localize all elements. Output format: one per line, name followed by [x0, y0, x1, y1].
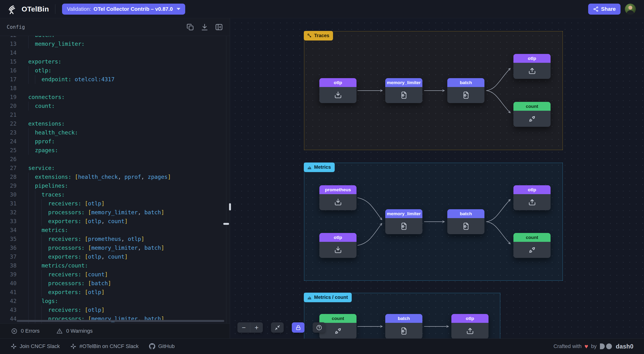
code-line[interactable]: 43receivers: [otlp]	[0, 305, 230, 314]
fit-view-button[interactable]	[271, 322, 284, 333]
code-line[interactable]: 27service:	[0, 164, 230, 173]
code-line[interactable]: 30traces:	[0, 190, 230, 199]
code-line[interactable]: 34metrics:	[0, 226, 230, 235]
code-line[interactable]: 14	[0, 49, 230, 57]
node-label: count	[514, 233, 550, 242]
pipeline-canvas[interactable]: Traces Metrics Metrics / count	[230, 18, 644, 338]
node-metricscount-batch[interactable]: batch	[385, 314, 422, 338]
validation-dropdown[interactable]: Validation: OTel Collector Contrib – v0.…	[62, 4, 185, 15]
code-line[interactable]: 22extensions:	[0, 119, 230, 128]
indent-guide	[28, 102, 35, 111]
node-traces-count-connector[interactable]: count	[514, 102, 550, 127]
node-label: batch	[447, 78, 484, 87]
code-line[interactable]: 29pipelines:	[0, 181, 230, 190]
code-line[interactable]: 40processors: [batch]	[0, 279, 230, 288]
code-line[interactable]: 16otlp:	[0, 66, 230, 75]
lock-button[interactable]	[292, 322, 304, 333]
code-line[interactable]: 36processors: [memory_limiter, batch]	[0, 243, 230, 252]
code-line[interactable]: 24pprof:	[0, 137, 230, 146]
node-traces-batch[interactable]: batch	[447, 78, 484, 103]
error-circle-icon	[11, 328, 18, 334]
line-number: 25	[0, 146, 16, 155]
node-metrics-otlp-exporter[interactable]: otlp	[514, 185, 550, 210]
line-number: 22	[0, 119, 16, 128]
slack-icon	[10, 343, 17, 349]
logo[interactable]: OTelBin	[0, 4, 49, 14]
indent-guide	[28, 137, 35, 146]
document-gear-icon	[400, 222, 408, 231]
download-tray-icon	[334, 91, 342, 100]
node-metrics-batch[interactable]: batch	[447, 209, 484, 234]
code-editor[interactable]: 12batch:13memory_limiter:1415exporters:1…	[0, 36, 230, 323]
code-line[interactable]: 13memory_limiter:	[0, 40, 230, 49]
code-line[interactable]: 33exporters: [otlp, count]	[0, 217, 230, 226]
node-metricscount-otlp-exporter[interactable]: otlp	[452, 314, 488, 338]
code-line[interactable]: 15exporters:	[0, 57, 230, 66]
collapse-panel-button[interactable]	[215, 23, 223, 31]
code-line[interactable]: 32processors: [memory_limiter, batch]	[0, 208, 230, 217]
config-panel-title: Config	[7, 24, 25, 30]
code-line[interactable]: 20count:	[0, 102, 230, 111]
code-line[interactable]: 41exporters: [otlp]	[0, 288, 230, 297]
code-line-content: traces:	[16, 190, 65, 199]
warning-triangle-icon	[56, 328, 63, 334]
otelbin-slack-link[interactable]: #OTelBin on CNCF Slack	[70, 343, 138, 349]
node-metrics-memory-limiter[interactable]: memory_limiter	[385, 209, 422, 234]
code-line[interactable]: 44processors: [memory_limiter, batch]	[0, 314, 230, 323]
line-number: 39	[0, 270, 16, 279]
panel-resize-handle[interactable]	[229, 203, 231, 210]
code-line-content: health_check:	[16, 128, 78, 137]
crafted-text: Crafted with	[554, 343, 582, 349]
node-traces-otlp-exporter[interactable]: otlp	[514, 54, 550, 79]
download-config-button[interactable]	[200, 23, 209, 31]
warnings-status[interactable]: 0 Warnings	[56, 328, 92, 334]
node-metrics-otlp-receiver[interactable]: otlp	[319, 233, 356, 258]
node-traces-otlp-receiver[interactable]: otlp	[319, 78, 356, 103]
code-line[interactable]: 42logs:	[0, 297, 230, 305]
code-line[interactable]: 12batch:	[0, 36, 230, 40]
code-line[interactable]: 17endpoint: otelcol:4317	[0, 75, 230, 84]
indent-guide	[28, 181, 35, 190]
code-line[interactable]: 39receivers: [count]	[0, 270, 230, 279]
copy-config-button[interactable]	[186, 23, 194, 31]
line-number: 28	[0, 173, 16, 181]
node-metrics-prometheus-receiver[interactable]: prometheus	[319, 185, 356, 210]
indent-guide	[35, 279, 42, 288]
join-cncf-slack-link[interactable]: Join CNCF Slack	[10, 343, 60, 349]
code-line[interactable]: 19connectors:	[0, 93, 230, 102]
vertical-scrollbar-thumb[interactable]	[223, 223, 229, 225]
node-label: memory_limiter	[385, 78, 422, 87]
indent-guide	[42, 305, 48, 314]
indent-guide	[42, 314, 48, 323]
indent-guide	[28, 190, 35, 199]
code-line[interactable]: 28extensions: [health_check, pprof, zpag…	[0, 173, 230, 181]
code-line-content: zpages:	[16, 146, 58, 155]
share-button[interactable]: Share	[588, 4, 620, 15]
code-line[interactable]: 35receivers: [prometheus, otlp]	[0, 235, 230, 243]
code-line-content	[16, 111, 28, 119]
code-line[interactable]: 26	[0, 155, 230, 164]
code-line[interactable]: 37exporters: [otlp, count]	[0, 252, 230, 261]
errors-status[interactable]: 0 Errors	[11, 328, 40, 334]
code-line[interactable]: 23health_check:	[0, 128, 230, 137]
code-line[interactable]: 18	[0, 84, 230, 93]
metrics-badge[interactable]: Metrics	[304, 163, 335, 172]
line-number: 33	[0, 217, 16, 226]
code-line[interactable]: 25zpages:	[0, 146, 230, 155]
github-link[interactable]: GitHub	[149, 343, 174, 349]
node-metrics-count-connector[interactable]: count	[514, 233, 550, 258]
help-button[interactable]	[313, 322, 325, 333]
line-number: 32	[0, 208, 16, 217]
node-traces-memory-limiter[interactable]: memory_limiter	[385, 78, 422, 103]
traces-badge[interactable]: Traces	[304, 31, 333, 41]
code-line[interactable]: 31receivers: [otlp]	[0, 199, 230, 208]
code-line[interactable]: 38metrics/count:	[0, 261, 230, 270]
metrics-count-badge[interactable]: Metrics / count	[304, 293, 352, 302]
avatar[interactable]	[625, 4, 636, 15]
line-number: 18	[0, 84, 16, 93]
zoom-in-button[interactable]: +	[250, 322, 263, 333]
zoom-out-button[interactable]: −	[238, 322, 250, 333]
horizontal-scrollbar[interactable]	[17, 320, 224, 322]
indent-guide	[28, 261, 35, 270]
code-line[interactable]: 21	[0, 111, 230, 119]
